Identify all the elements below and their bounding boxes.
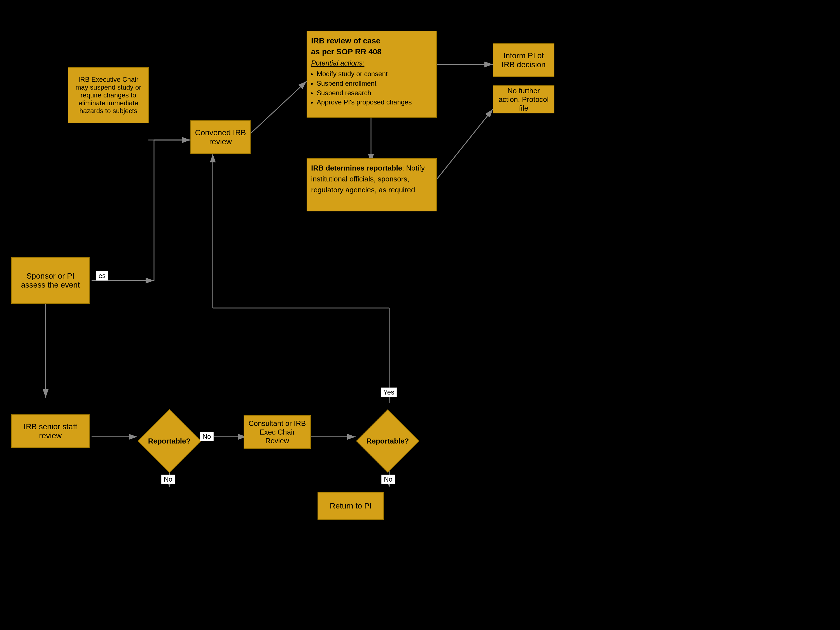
consultant-irb-text: Consultant or IRB Exec Chair Review <box>247 419 308 445</box>
return-to-pi-text: Return to PI <box>330 502 371 510</box>
irb-senior-staff-text: IRB senior staff review <box>14 422 86 440</box>
sponsor-assess-box: Sponsor or PI assess the event <box>11 257 90 304</box>
irb-determines-box: IRB determines reportable: Notify instit… <box>306 158 437 212</box>
no-further-text: No further action. Protocol file <box>496 87 551 112</box>
irb-exec-chair-text: IRB Executive Chair may suspend study or… <box>71 76 145 115</box>
return-to-pi-box: Return to PI <box>317 492 384 520</box>
label-no-right1: No <box>200 432 214 441</box>
irb-determines-label: IRB determines reportable <box>311 164 402 172</box>
svg-line-6 <box>437 109 493 179</box>
irb-review-title: IRB review of caseas per SOP RR 408 <box>311 35 432 57</box>
irb-review-box: IRB review of caseas per SOP RR 408 Pote… <box>306 31 437 118</box>
label-yes-es: es <box>96 271 108 281</box>
inform-pi-text: Inform PI of IRB decision <box>496 51 551 69</box>
diamond1-wrapper: Reportable? <box>137 409 202 473</box>
irb-review-subtitle: Potential actions: <box>311 58 432 68</box>
inform-pi-box: Inform PI of IRB decision <box>493 43 554 77</box>
irb-review-bullets: Modify study or consent Suspend enrollme… <box>317 69 432 107</box>
label-no-bottom1: No <box>161 475 175 484</box>
diamond2-wrapper: Reportable? <box>355 409 420 473</box>
irb-exec-chair-box: IRB Executive Chair may suspend study or… <box>68 67 149 123</box>
no-further-box: No further action. Protocol file <box>493 85 554 114</box>
svg-line-3 <box>243 81 306 140</box>
convened-irb-box: Convened IRB review <box>190 120 251 154</box>
convened-irb-text: Convened IRB review <box>194 128 247 146</box>
diamond2: Reportable? <box>356 409 420 473</box>
sponsor-assess-text: Sponsor or PI assess the event <box>14 272 86 289</box>
diamond1-text: Reportable? <box>148 437 191 445</box>
diamond2-text: Reportable? <box>366 437 409 445</box>
label-no-bottom2: No <box>381 475 395 484</box>
label-yes-middle: Yes <box>381 387 397 397</box>
irb-senior-staff-box: IRB senior staff review <box>11 414 90 448</box>
flowchart: Sponsor or PI assess the event IRB Execu… <box>0 0 840 630</box>
consultant-irb-box: Consultant or IRB Exec Chair Review <box>243 415 311 449</box>
diamond1: Reportable? <box>138 409 201 473</box>
